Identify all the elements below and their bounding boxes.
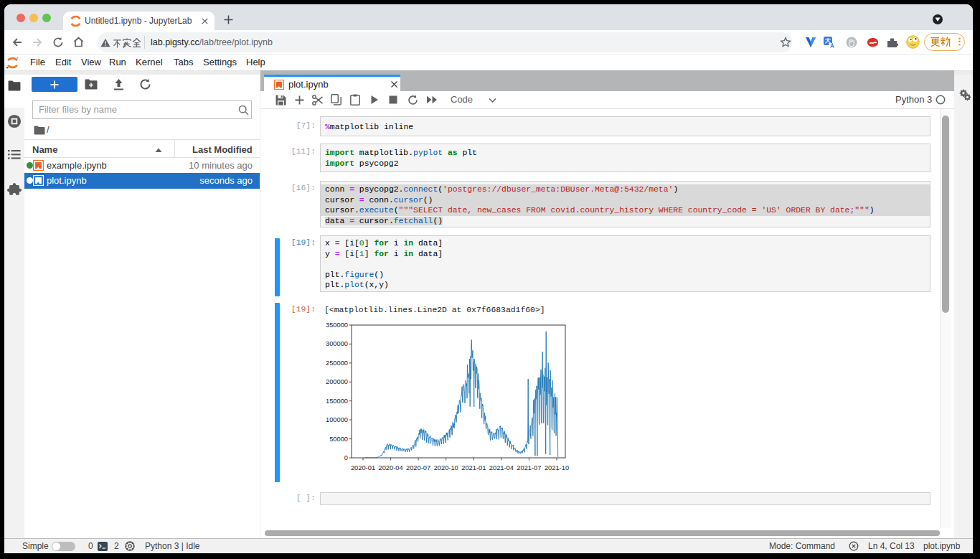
svg-text:150000: 150000	[326, 398, 348, 405]
svg-text:200000: 200000	[326, 378, 348, 385]
svg-text:0: 0	[344, 454, 348, 461]
svg-text:250000: 250000	[326, 360, 348, 367]
svg-text:350000: 350000	[326, 321, 348, 329]
svg-text:2020-07: 2020-07	[406, 464, 430, 471]
svg-text:2021-10: 2021-10	[545, 464, 569, 471]
svg-text:2021-04: 2021-04	[489, 464, 514, 471]
svg-text:2020-10: 2020-10	[434, 464, 458, 471]
svg-text:100000: 100000	[326, 416, 348, 423]
svg-text:2020-04: 2020-04	[379, 464, 403, 471]
svg-text:300000: 300000	[326, 340, 348, 347]
svg-text:50000: 50000	[329, 436, 348, 443]
svg-text:2020-01: 2020-01	[351, 464, 375, 471]
svg-text:2021-07: 2021-07	[517, 464, 541, 471]
svg-text:2021-01: 2021-01	[461, 464, 486, 471]
